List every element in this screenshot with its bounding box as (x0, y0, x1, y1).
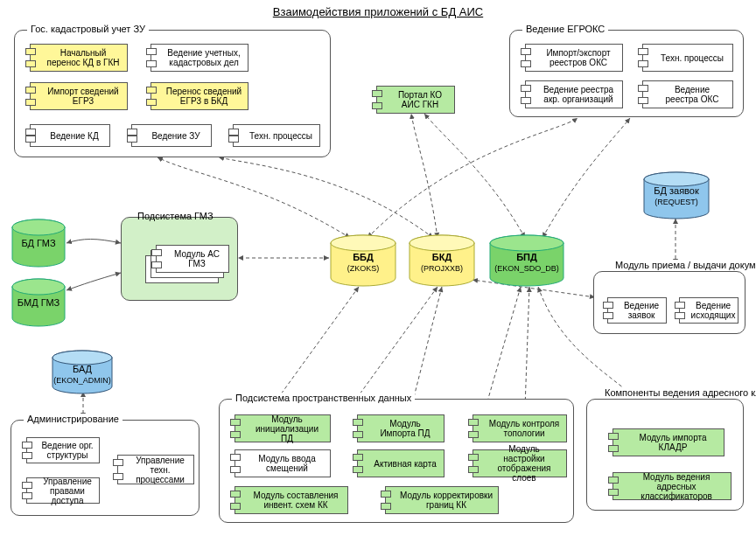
comp-kad3: Импорт сведений ЕГР3 (30, 82, 128, 110)
svg-point-3 (12, 279, 65, 295)
comp-sp5: Активная карта (357, 449, 444, 477)
svg-point-13 (644, 172, 709, 186)
group-label-docflow: Модуль приема / выдачи документов (612, 260, 756, 270)
cyl-bdgmz: БД ГМЗ (10, 219, 66, 268)
group-label-egroks: Ведение ЕГРОКС (522, 24, 608, 34)
cyl-bbd: ББД(ZKOKS) (329, 234, 397, 289)
comp-sp1: Модуль инициализации ПД (234, 414, 331, 442)
group-label-gmz: Подсистема ГМЗ (134, 211, 217, 221)
comp-sp6: Модуль настройки отображения слоев (472, 449, 567, 477)
comp-egroks4: Ведение реестра ОКС (642, 80, 733, 108)
group-label-addr: Компоненты ведения адресного классификат… (601, 387, 756, 398)
comp-egroks3: Ведение реестра акр. организаций (525, 80, 623, 108)
comp-doc1: Ведение заявок (607, 297, 667, 324)
group-label-spatial: Подсистема пространственных данных (232, 393, 415, 403)
comp-admin2: Управление правами доступа (26, 477, 100, 504)
comp-sp4: Модуль ввода смещений (234, 449, 331, 477)
comp-doc2: Ведение исходящих (679, 297, 738, 324)
svg-point-7 (331, 235, 396, 251)
svg-point-9 (410, 235, 474, 251)
svg-point-5 (52, 351, 112, 365)
comp-gmzmod: Модуль АС ГМЗ (156, 245, 229, 273)
comp-kad2: Ведение учетных, кадастровых дел (150, 44, 248, 72)
comp-egroks1: Импорт/экспорт реестров ОКС (525, 44, 623, 72)
comp-sp7: Модуль составления инвент. схем КК (234, 486, 348, 514)
svg-point-11 (490, 235, 564, 251)
cyl-bad: БАД(EKON_ADMIN) (51, 350, 114, 395)
comp-sp8: Модуль корректировки границ КК (385, 486, 499, 514)
page-title: Взаимодействия приложений с БД АИС (0, 5, 756, 18)
comp-admin3: Управление техн. процессами (117, 455, 194, 484)
cyl-bkd: БКД(PROJXXB) (408, 234, 476, 289)
comp-sp2: Модуль Импорта ПД (357, 414, 444, 442)
cyl-bmdgmz: БМД ГМЗ (10, 278, 66, 327)
cyl-bpd: БПД(EKON_SDO_DB) (488, 234, 565, 289)
comp-sp3: Модуль контроля топологии (472, 414, 567, 442)
comp-kad7: Техн. процессы (233, 124, 320, 147)
comp-portal: Портал КО АИС ГКН (376, 86, 455, 114)
comp-addr2: Модуль ведения адресных классификаторов (612, 472, 732, 500)
cyl-bdr: БД заявок(REQUEST) (642, 171, 710, 220)
comp-admin1: Ведение орг. структуры (26, 437, 100, 463)
comp-egroks2: Техн. процессы (642, 44, 733, 72)
comp-kad6: Ведение ЗУ (131, 124, 212, 147)
group-label-kadastr: Гос. кадастровый учет ЗУ (27, 24, 149, 34)
comp-kad4: Перенос сведений ЕГР3 в БКД (150, 82, 248, 110)
group-label-admin: Администрирование (24, 414, 122, 424)
comp-addr1: Модуль импорта КЛАДР (612, 428, 724, 456)
comp-kad1: Начальный перенос КД в ГКН (30, 44, 128, 72)
comp-kad5: Ведение КД (30, 124, 110, 147)
svg-point-1 (12, 219, 65, 235)
